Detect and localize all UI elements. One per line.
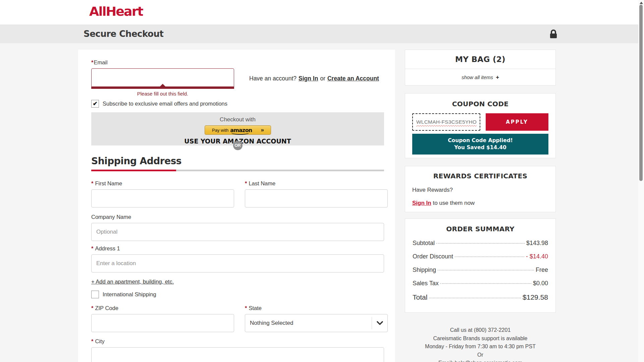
checkout-with-label: Checkout with bbox=[91, 116, 384, 123]
plus-icon: + bbox=[496, 74, 499, 81]
show-all-items-toggle[interactable]: show all items + bbox=[405, 69, 555, 85]
summary-row-shipping: Shipping Free bbox=[413, 266, 548, 274]
address1-input[interactable] bbox=[91, 254, 384, 273]
pay-with-amazon-button[interactable]: Pay with amazon » bbox=[205, 125, 271, 135]
state-label: *State bbox=[245, 305, 388, 311]
company-name-label: Company Name bbox=[91, 214, 384, 220]
coupon-applied-banner: Coupon Code Applied! You Saved $14.40 bbox=[412, 134, 548, 155]
email-error-message: Please fill out this field. bbox=[91, 91, 234, 97]
order-summary-title: ORDER SUMMARY bbox=[413, 225, 548, 233]
account-prompt: Have an account? Sign In or Create an Ac… bbox=[249, 68, 379, 89]
city-label: *City bbox=[91, 338, 384, 345]
coupon-title: COUPON CODE bbox=[412, 100, 548, 108]
rewards-signin-line: Sign In to use them now bbox=[412, 200, 548, 206]
order-sidebar: MY BAG (2) show all items + COUPON CODE … bbox=[405, 50, 556, 362]
support-or: Or bbox=[405, 351, 556, 359]
zip-code-label: *ZIP Code bbox=[91, 305, 234, 311]
site-header: AllHeart bbox=[0, 0, 644, 24]
checkout-form-panel: *Email Please fill out this field. Have … bbox=[78, 50, 395, 362]
required-asterisk: * bbox=[91, 59, 93, 65]
my-bag-title: MY BAG (2) bbox=[405, 50, 555, 69]
first-name-input[interactable] bbox=[91, 189, 234, 207]
shipping-address-title: Shipping Address bbox=[91, 156, 384, 167]
support-info: Call us at (800) 372-2201 Careismatic Br… bbox=[405, 326, 556, 362]
email-label: *Email bbox=[91, 59, 384, 66]
secure-checkout-bar: Secure Checkout bbox=[0, 24, 638, 43]
state-select-value: Nothing Selected bbox=[245, 320, 372, 326]
rewards-sign-in-link[interactable]: Sign In bbox=[412, 200, 431, 206]
checkout-progress-fill bbox=[91, 170, 176, 171]
coupon-card: COUPON CODE WLCMAH-FS3CSE5YHO APPLY Coup… bbox=[405, 93, 556, 158]
scroll-up-arrow-icon[interactable] bbox=[640, 2, 643, 4]
double-chevron-icon: » bbox=[261, 127, 263, 133]
summary-row-discount: Order Discount - $14.40 bbox=[413, 253, 548, 260]
checkout-progress-bar bbox=[91, 170, 384, 171]
city-input[interactable] bbox=[91, 347, 384, 362]
rewards-title: REWARDS CERTIFICATES bbox=[412, 172, 548, 180]
summary-row-total: Total $129.58 bbox=[413, 293, 548, 301]
support-hours: Monday - Friday from 7:30 am to 4:30 pm … bbox=[405, 343, 556, 351]
address1-label: *Address 1 bbox=[91, 245, 384, 252]
rewards-question: Have Rewards? bbox=[412, 187, 548, 193]
last-name-input[interactable] bbox=[245, 189, 388, 207]
lock-icon bbox=[549, 29, 557, 39]
chevron-down-icon bbox=[372, 321, 387, 325]
amazon-logo: amazon bbox=[230, 127, 252, 133]
state-select[interactable]: Nothing Selected bbox=[245, 314, 388, 332]
coupon-code-input[interactable]: WLCMAH-FS3CSE5YHO bbox=[412, 113, 480, 131]
zip-code-input[interactable] bbox=[91, 314, 234, 332]
international-shipping-label: International Shipping bbox=[103, 291, 156, 298]
page-title: Secure Checkout bbox=[84, 24, 163, 43]
allheart-logo[interactable]: AllHeart bbox=[89, 4, 143, 19]
sign-in-link[interactable]: Sign In bbox=[299, 75, 318, 82]
or-divider: OR bbox=[233, 141, 243, 150]
support-availability: Careismatic Brands support is available bbox=[405, 335, 556, 343]
support-phone: Call us at (800) 372-2201 bbox=[405, 326, 556, 335]
apply-coupon-button[interactable]: APPLY bbox=[486, 113, 548, 131]
email-invalid-underline bbox=[91, 87, 234, 89]
page-scrollbar[interactable] bbox=[638, 0, 644, 362]
summary-row-subtotal: Subtotal $143.98 bbox=[413, 240, 548, 247]
order-summary-card: ORDER SUMMARY Subtotal $143.98 Order Dis… bbox=[405, 219, 556, 313]
rewards-card: REWARDS CERTIFICATES Have Rewards? Sign … bbox=[405, 166, 556, 212]
first-name-label: *First Name bbox=[91, 180, 234, 187]
subscribe-label: Subscribe to exclusive email offers and … bbox=[103, 101, 227, 107]
last-name-label: *Last Name bbox=[245, 180, 388, 187]
amazon-pay-section: Checkout with Pay with amazon » USE YOUR… bbox=[91, 112, 384, 145]
summary-row-tax: Sales Tax $0.00 bbox=[413, 280, 548, 287]
subscribe-checkbox[interactable] bbox=[91, 100, 99, 108]
scrollbar-thumb[interactable] bbox=[639, 5, 643, 181]
my-bag-card: MY BAG (2) show all items + bbox=[405, 50, 556, 85]
coupon-applied-line1: Coupon Code Applied! bbox=[448, 137, 513, 144]
international-shipping-checkbox[interactable] bbox=[91, 291, 99, 298]
coupon-applied-line2: You Saved $14.40 bbox=[454, 144, 506, 151]
company-name-input[interactable] bbox=[91, 223, 384, 241]
create-account-link[interactable]: Create an Account bbox=[327, 75, 379, 82]
add-apartment-link[interactable]: + Add an apartment, building, etc. bbox=[91, 279, 174, 285]
support-email: Email: help@shop.careismatic.com bbox=[405, 359, 556, 362]
